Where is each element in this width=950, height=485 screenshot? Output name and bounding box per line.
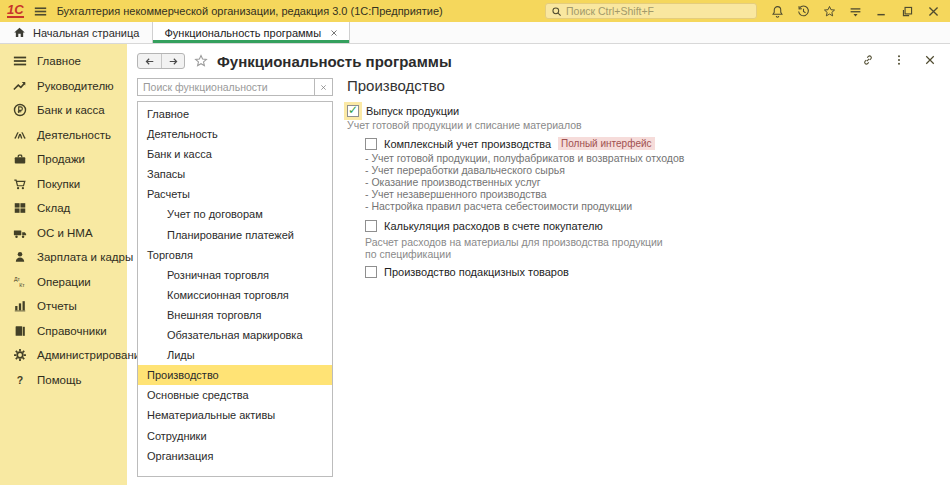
svg-text:Кт: Кт [19, 282, 25, 288]
nav-list-item[interactable]: Деятельность [138, 124, 332, 144]
nav-list-item[interactable]: Обязательная маркировка [138, 325, 332, 345]
sidebar-item[interactable]: Продажи [0, 147, 127, 172]
clear-search-icon[interactable] [314, 79, 332, 95]
complex-accounting-checkbox[interactable] [365, 138, 377, 150]
search-icon [551, 6, 562, 17]
functionality-nav-list: Главное Деятельность Банк и касса Запасы… [137, 101, 333, 477]
sidebar-item[interactable]: ДтКт Операции [0, 270, 127, 295]
close-window-icon[interactable] [927, 5, 940, 18]
sidebar-item[interactable]: Покупки [0, 172, 127, 197]
nav-list-item[interactable]: Сотрудники [138, 426, 332, 446]
home-tab-label: Начальная страница [33, 27, 139, 39]
complex-accounting-details: - Учет готовой продукции, полуфабрикатов… [365, 153, 942, 213]
sidebar-item-label: Операции [37, 276, 91, 288]
nav-list-item[interactable]: Внешняя торговля [138, 305, 332, 325]
nav-list-item[interactable]: Торговля [138, 245, 332, 265]
tab-bar: Начальная страница Функциональность прог… [0, 22, 950, 44]
active-tab-label: Функциональность программы [164, 27, 321, 39]
notifications-bell-icon[interactable] [771, 5, 784, 18]
nav-list-item[interactable]: Главное [138, 104, 332, 124]
get-link-icon[interactable] [862, 54, 874, 66]
output-products-hint: Учет готовой продукции и списание матери… [347, 119, 942, 131]
detail-line: - Настройка правил расчета себестоимости… [365, 201, 942, 213]
nav-list-item[interactable]: Производство [138, 365, 332, 385]
sidebar-item-label: Главное [37, 55, 81, 67]
sidebar-item-label: Продажи [37, 153, 85, 165]
page-title: Функциональность программы [217, 53, 452, 70]
nav-list-item[interactable]: Лиды [138, 345, 332, 365]
sidebar-item-label: Помощь [37, 374, 81, 386]
briefcase-icon [13, 152, 27, 166]
sidebar-item-label: Справочники [37, 325, 107, 337]
nav-list-item[interactable]: Розничная торговля [138, 265, 332, 285]
more-menu-icon[interactable] [893, 54, 905, 66]
home-icon [13, 26, 26, 39]
global-search-input[interactable]: Поиск Ctrl+Shift+F [545, 3, 757, 19]
forward-button[interactable] [161, 54, 184, 68]
sidebar-item[interactable]: Деятельность [0, 123, 127, 148]
excise-goods-label: Производство подакцизных товаров [384, 266, 569, 278]
maximize-icon[interactable] [901, 5, 914, 18]
nav-list-item[interactable]: Основные средства [138, 385, 332, 405]
sidebar-item-label: Отчеты [37, 300, 77, 312]
history-icon[interactable] [797, 5, 810, 18]
sidebar-item[interactable]: Банк и касса [0, 98, 127, 123]
cart-icon [13, 177, 27, 191]
global-search-placeholder: Поиск Ctrl+Shift+F [566, 5, 654, 17]
app-window: 1С Бухгалтерия некоммерческой организаци… [0, 0, 950, 485]
functionality-search-field [137, 78, 333, 96]
nav-list-item[interactable]: Нематериальные активы [138, 405, 332, 425]
nav-list-item[interactable]: Учет по договорам [138, 204, 332, 224]
production-settings-panel: Производство Выпуск продукции Учет готов… [333, 78, 942, 477]
truck-icon [13, 226, 27, 240]
favorites-star-icon[interactable] [823, 5, 836, 18]
tab-functionality[interactable]: Функциональность программы [152, 22, 350, 43]
nav-list-item[interactable]: Планирование платежей [138, 225, 332, 245]
sidebar-item[interactable]: ОС и НМА [0, 221, 127, 246]
trend-up-icon [13, 79, 27, 93]
main-menu-icon[interactable] [34, 5, 47, 18]
nav-list-item[interactable]: Организация [138, 446, 332, 466]
nav-list-item[interactable]: Комиссионная торговля [138, 285, 332, 305]
close-form-icon[interactable] [924, 54, 936, 66]
service-menu-icon[interactable] [849, 5, 862, 18]
cost-calculation-checkbox[interactable] [365, 220, 377, 232]
sidebar-item-label: Руководителю [37, 80, 114, 92]
sidebar-item[interactable]: Зарплата и кадры [0, 245, 127, 270]
back-button[interactable] [138, 54, 161, 68]
sidebar-item[interactable]: Отчеты [0, 294, 127, 319]
sidebar-item-label: Банк и касса [37, 104, 105, 116]
nav-list-item[interactable]: Банк и касса [138, 144, 332, 164]
history-nav-buttons [137, 53, 185, 69]
excise-goods-checkbox[interactable] [365, 266, 377, 278]
functionality-search-input[interactable] [138, 79, 314, 95]
full-interface-badge: Полный интерфейс [558, 137, 655, 150]
person-icon [13, 250, 27, 264]
output-products-checkbox[interactable] [347, 105, 359, 117]
question-icon: ? [13, 373, 27, 387]
dtkt-icon: ДтКт [13, 275, 27, 289]
add-to-favorites-star-icon[interactable] [194, 54, 208, 68]
sidebar-item[interactable]: Руководителю [0, 74, 127, 99]
sidebar-item[interactable]: Справочники [0, 319, 127, 344]
sidebar-item-label: ОС и НМА [37, 227, 93, 239]
panel-title: Производство [347, 78, 942, 96]
sidebar-item[interactable]: ? Помощь [0, 368, 127, 393]
tab-close-icon[interactable] [330, 29, 338, 37]
minimize-icon[interactable] [875, 5, 888, 18]
sidebar-item[interactable]: Администрирование [0, 343, 127, 368]
hands-icon [13, 128, 27, 142]
bar-chart-icon [13, 299, 27, 313]
cost-calculation-hint: Расчет расходов на материалы для произво… [365, 236, 667, 261]
nav-list-item[interactable]: Расчеты [138, 184, 332, 204]
tab-home-page[interactable]: Начальная страница [0, 22, 152, 43]
nav-list-item[interactable]: Запасы [138, 164, 332, 184]
sidebar-item-label: Зарплата и кадры [37, 251, 133, 263]
sidebar-item-label: Покупки [37, 178, 80, 190]
window-title: Бухгалтерия некоммерческой организации, … [57, 5, 443, 17]
sidebar-item[interactable]: Главное [0, 49, 127, 74]
detail-line: - Оказание производственных услуг [365, 177, 942, 189]
sidebar-item[interactable]: Склад [0, 196, 127, 221]
books-icon [13, 324, 27, 338]
warehouse-icon [13, 201, 27, 215]
